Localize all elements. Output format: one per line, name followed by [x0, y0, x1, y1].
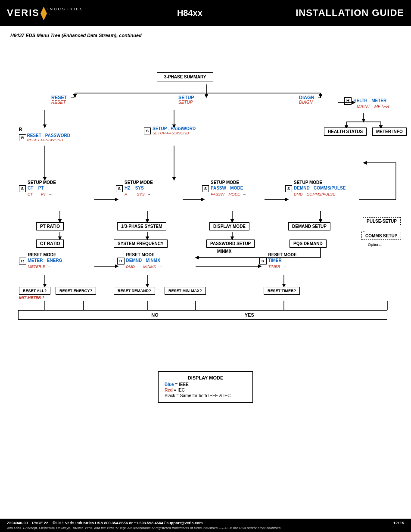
footer-trademark: Alta Labs, Enercept, Enspector, Hawkeye,…	[7, 526, 404, 530]
legend-box: DISPLAY MODE Blue = IEEE Red = IEC Black…	[158, 371, 253, 403]
minmx-label: MINMX	[217, 248, 231, 254]
setup-mode-3-node: S SETUP MODE PASSW MODE PASSW MODE →	[202, 180, 246, 197]
legend-blue: Blue = IEEE	[165, 382, 246, 387]
reset-mode-2-node: R RESET MODE DEMND MINMX DMD MINMX →	[117, 252, 162, 269]
setup-node: SETUP SETUP	[178, 95, 194, 105]
energ-blue: ENERG	[47, 258, 62, 263]
setup-mode-3-title: SETUP MODE	[211, 180, 246, 185]
content: H8437 EDS Menu Tree (Enhanced Data Strea…	[0, 26, 411, 410]
ct-red: CT	[28, 192, 33, 196]
reset-min-max-label: RESET MIN-MAX?	[165, 287, 206, 295]
passw-red: PASSW	[211, 192, 224, 196]
footer-line1: Z204046-0J PAGE 22 ©2011 Veris Industrie…	[7, 521, 404, 525]
s-box-sm4: S	[285, 185, 292, 192]
diagn-node: DIAGN → DIAGN	[299, 95, 324, 105]
pt-red: PT	[41, 192, 46, 196]
header-model: H84xx	[84, 8, 296, 18]
reset-password-blue: RESET - PASSWORD	[27, 133, 70, 138]
pt-ratio-box: PT RATIO	[36, 222, 64, 230]
health-status-label: HEALTH STATUS	[324, 128, 367, 136]
setup-password-node: S SETUP - PASSWORD SETUP-PASSWORD	[144, 126, 196, 135]
r-box-rm2: R	[117, 258, 125, 264]
demand-setup-label: DEMAND SETUP	[288, 222, 330, 230]
logo-text: VERIS	[7, 7, 40, 19]
minmx-red2: MINMX	[143, 264, 156, 269]
s-box1: S	[144, 128, 151, 134]
r-box: R	[19, 134, 26, 141]
password-setup-label: PASSWORD SETUP	[206, 240, 255, 248]
passw-blue: PASSW	[211, 186, 226, 190]
ct-ratio-label: CT RATIO	[36, 240, 64, 248]
setup-mode-4-node: S SETUP MODE DEMND COMMS/PULSE DMD COMMS…	[285, 180, 346, 197]
init-meter-label: INIT METER ?	[19, 296, 50, 300]
ct-blue: CT	[28, 186, 33, 190]
password-setup-box: PASSWORD SETUP	[206, 240, 255, 248]
pqs-demand-label: PQS DEMAND	[290, 240, 327, 248]
h-node: H HELTH METER MAINT METER	[344, 97, 389, 109]
s-box-sm3: S	[202, 185, 209, 192]
meter-label: METER	[371, 98, 386, 103]
legend-red-equals: = IEC	[174, 388, 185, 392]
pulse-setup-box: PULSE-SETUP	[363, 217, 401, 225]
reset-timer-label: RESET TIMER?	[264, 287, 300, 295]
setup-mode-2-title: SETUP MODE	[125, 180, 153, 185]
diagn-blue-label: DIAGN	[299, 95, 314, 100]
sys-red: SYS	[137, 192, 145, 196]
reset-timer-box: RESET TIMER?	[264, 287, 300, 295]
setup-password-red: SETUP-PASSWORD	[153, 131, 196, 135]
comms-pulse-red: COMMS/PULSE	[307, 192, 336, 196]
pqs-demand-box: PQS DEMAND	[290, 240, 327, 248]
f-red: F	[125, 192, 127, 196]
demnd-blue2: DEMND	[126, 258, 142, 263]
optional-label: Optional	[368, 241, 383, 247]
page-subtitle: H8437 EDS Menu Tree (Enhanced Data Strea…	[10, 33, 401, 38]
reset-mode-1-title: RESET MODE	[28, 252, 62, 257]
helth-label: HELTH	[353, 98, 367, 103]
timer-red: TIMER	[268, 264, 280, 269]
header: VERIS ⧫ INDUSTRIES ™ H84xx INSTALLATION …	[0, 0, 411, 26]
reset-password-node: R R RESET - PASSWORD RESET-PASSWORD	[19, 126, 70, 142]
reset-demand-box: RESET DEMAND?	[114, 287, 155, 295]
meter-e-red: METER E	[28, 264, 45, 269]
setup-mode-4-title: SETUP MODE	[294, 180, 346, 185]
setup-mode-1-node: S SETUP MODE CT PT CT PT →	[19, 180, 56, 197]
footer: Z204046-0J PAGE 22 ©2011 Veris Industrie…	[0, 519, 411, 532]
setup-mode-2-node: S SETUP MODE HZ SYS F SYS →	[116, 180, 153, 197]
reset-energy-label: RESET ENERGY?	[56, 287, 96, 295]
display-mode-label: DISPLAY MODE	[209, 222, 249, 230]
reset-mode-3-title: RESET MODE	[268, 252, 297, 257]
yes-label: YES	[245, 312, 254, 317]
r-box-rm1: R	[19, 258, 26, 264]
no-yes-bar: NO YES	[18, 310, 387, 320]
setup-blue-label: SETUP	[178, 95, 194, 100]
demnd-blue: DEMND	[294, 186, 310, 190]
optional-text: Optional	[368, 243, 383, 247]
footer-part: Z204046-0J PAGE 22 ©2011 Veris Industrie…	[7, 521, 202, 525]
reset-node: RESET → RESET	[51, 95, 76, 105]
pt-blue: PT	[38, 186, 44, 190]
legend-container: DISPLAY MODE Blue = IEEE Red = IEC Black…	[10, 364, 401, 403]
reset-all-label: RESET ALL?	[19, 287, 50, 295]
legend-blue-label: Blue	[165, 382, 174, 387]
sys-blue: SYS	[135, 186, 144, 190]
s-box-sm2: S	[116, 185, 123, 192]
system-frequency-label: SYSTEM FREQUENCY	[114, 240, 168, 248]
demand-setup-box: DEMAND SETUP	[288, 222, 330, 230]
r-box-rm3: R	[259, 258, 267, 264]
timer-blue: TIMER	[268, 258, 282, 263]
legend-red-label: Red	[165, 388, 173, 392]
maint-label: MAINT	[357, 104, 370, 109]
mode-blue: MODE	[230, 186, 243, 190]
reset-password-red: RESET-PASSWORD	[27, 138, 70, 142]
reset-mode-3-node: R RESET MODE TIMER TIMER →	[259, 252, 297, 269]
reset-all-box: RESET ALL? INIT METER ?	[19, 287, 50, 300]
legend-title: DISPLAY MODE	[165, 375, 246, 380]
phase-system-box: 1/3-PHASE SYSTEM	[117, 222, 166, 230]
pt-ratio-label: PT RATIO	[36, 222, 64, 230]
header-title: INSTALLATION GUIDE	[296, 7, 404, 19]
mode-red: MODE	[228, 192, 240, 196]
setup-password-blue: SETUP - PASSWORD	[153, 126, 196, 131]
comms-setup-label: COMMS SETUP	[361, 232, 401, 240]
legend-black: Black = Same for both IEEE & IEC	[165, 393, 246, 398]
comms-setup-box: COMMS SETUP	[361, 232, 401, 240]
